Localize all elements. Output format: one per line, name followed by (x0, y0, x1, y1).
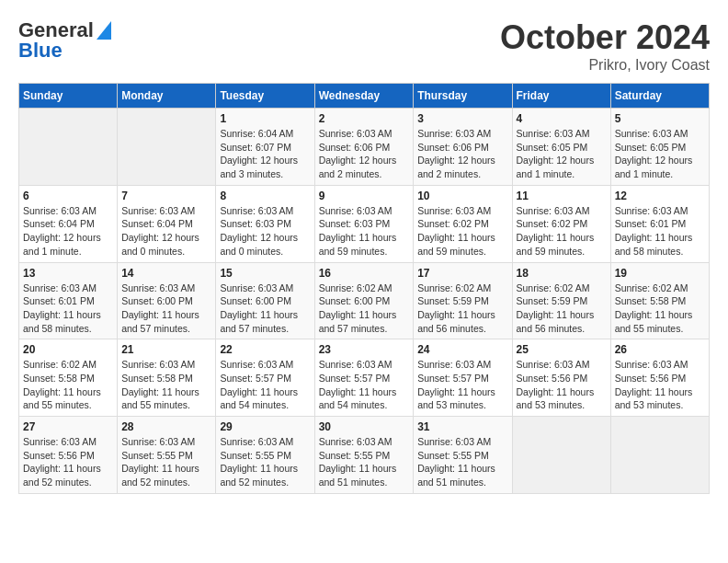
day-number: 24 (417, 343, 507, 356)
title-block: October 2024 Prikro, Ivory Coast (500, 18, 710, 74)
day-number: 26 (615, 343, 705, 356)
day-info: Sunrise: 6:03 AM Sunset: 6:00 PM Dayligh… (121, 282, 211, 336)
calendar-cell: 6Sunrise: 6:03 AM Sunset: 6:04 PM Daylig… (19, 185, 118, 262)
day-number: 13 (23, 267, 113, 280)
day-info: Sunrise: 6:02 AM Sunset: 5:58 PM Dayligh… (615, 282, 705, 336)
calendar-cell (512, 417, 610, 494)
calendar-cell: 22Sunrise: 6:03 AM Sunset: 5:57 PM Dayli… (216, 339, 314, 417)
day-number: 31 (417, 420, 507, 433)
page-header: General Blue October 2024 Prikro, Ivory … (18, 18, 710, 74)
calendar-cell: 23Sunrise: 6:03 AM Sunset: 5:57 PM Dayli… (314, 339, 414, 417)
day-number: 23 (319, 343, 410, 356)
day-info: Sunrise: 6:03 AM Sunset: 5:56 PM Dayligh… (517, 358, 607, 412)
day-number: 12 (615, 190, 705, 202)
day-info: Sunrise: 6:03 AM Sunset: 6:01 PM Dayligh… (23, 282, 113, 336)
calendar-week-5: 27Sunrise: 6:03 AM Sunset: 5:56 PM Dayli… (19, 417, 710, 494)
page-title: October 2024 (500, 18, 710, 57)
calendar-cell: 30Sunrise: 6:03 AM Sunset: 5:55 PM Dayli… (314, 417, 414, 494)
svg-marker-0 (97, 21, 111, 40)
day-info: Sunrise: 6:03 AM Sunset: 6:03 PM Dayligh… (319, 204, 410, 259)
logo: General Blue (18, 18, 111, 63)
calendar-cell: 28Sunrise: 6:03 AM Sunset: 5:55 PM Dayli… (118, 417, 216, 494)
calendar-week-1: 1Sunrise: 6:04 AM Sunset: 6:07 PM Daylig… (19, 109, 710, 186)
day-number: 22 (220, 343, 310, 356)
day-number: 29 (220, 420, 310, 433)
calendar-cell: 5Sunrise: 6:03 AM Sunset: 6:05 PM Daylig… (610, 109, 709, 186)
day-info: Sunrise: 6:03 AM Sunset: 6:03 PM Dayligh… (220, 204, 310, 259)
day-info: Sunrise: 6:03 AM Sunset: 5:57 PM Dayligh… (417, 358, 507, 412)
day-number: 9 (319, 190, 410, 202)
calendar-cell: 16Sunrise: 6:02 AM Sunset: 6:00 PM Dayli… (314, 262, 414, 339)
day-info: Sunrise: 6:03 AM Sunset: 6:00 PM Dayligh… (220, 282, 310, 336)
calendar-cell: 2Sunrise: 6:03 AM Sunset: 6:06 PM Daylig… (314, 109, 414, 186)
calendar-week-2: 6Sunrise: 6:03 AM Sunset: 6:04 PM Daylig… (19, 185, 710, 262)
calendar-cell: 17Sunrise: 6:02 AM Sunset: 5:59 PM Dayli… (414, 262, 512, 339)
calendar-table: SundayMondayTuesdayWednesdayThursdayFrid… (18, 83, 710, 494)
day-number: 2 (319, 112, 410, 125)
day-info: Sunrise: 6:03 AM Sunset: 5:57 PM Dayligh… (220, 358, 310, 412)
calendar-cell: 13Sunrise: 6:03 AM Sunset: 6:01 PM Dayli… (19, 262, 118, 339)
day-number: 1 (220, 112, 310, 125)
day-number: 20 (23, 343, 113, 356)
day-info: Sunrise: 6:03 AM Sunset: 6:02 PM Dayligh… (417, 204, 507, 259)
day-info: Sunrise: 6:02 AM Sunset: 5:58 PM Dayligh… (23, 358, 113, 412)
header-thursday: Thursday (414, 84, 512, 109)
calendar-cell: 14Sunrise: 6:03 AM Sunset: 6:00 PM Dayli… (118, 262, 216, 339)
day-number: 18 (517, 267, 607, 280)
day-info: Sunrise: 6:03 AM Sunset: 5:56 PM Dayligh… (23, 435, 113, 489)
day-info: Sunrise: 6:03 AM Sunset: 6:02 PM Dayligh… (517, 204, 607, 259)
day-info: Sunrise: 6:03 AM Sunset: 5:55 PM Dayligh… (121, 435, 211, 489)
day-number: 17 (417, 267, 507, 280)
calendar-cell: 12Sunrise: 6:03 AM Sunset: 6:01 PM Dayli… (610, 185, 709, 262)
calendar-cell: 25Sunrise: 6:03 AM Sunset: 5:56 PM Dayli… (512, 339, 610, 417)
day-number: 6 (23, 190, 113, 202)
day-info: Sunrise: 6:03 AM Sunset: 6:05 PM Dayligh… (615, 127, 705, 181)
calendar-cell: 26Sunrise: 6:03 AM Sunset: 5:56 PM Dayli… (610, 339, 709, 417)
calendar-cell: 1Sunrise: 6:04 AM Sunset: 6:07 PM Daylig… (216, 109, 314, 186)
header-friday: Friday (512, 84, 610, 109)
calendar-cell: 8Sunrise: 6:03 AM Sunset: 6:03 PM Daylig… (216, 185, 314, 262)
day-info: Sunrise: 6:03 AM Sunset: 6:06 PM Dayligh… (319, 127, 410, 181)
calendar-cell: 9Sunrise: 6:03 AM Sunset: 6:03 PM Daylig… (314, 185, 414, 262)
day-info: Sunrise: 6:03 AM Sunset: 5:56 PM Dayligh… (615, 358, 705, 412)
day-number: 8 (220, 190, 310, 202)
day-info: Sunrise: 6:03 AM Sunset: 6:06 PM Dayligh… (417, 127, 507, 181)
day-number: 19 (615, 267, 705, 280)
day-info: Sunrise: 6:03 AM Sunset: 5:55 PM Dayligh… (319, 435, 410, 489)
day-info: Sunrise: 6:02 AM Sunset: 5:59 PM Dayligh… (517, 282, 607, 336)
header-saturday: Saturday (610, 84, 709, 109)
day-number: 14 (121, 267, 211, 280)
calendar-cell: 31Sunrise: 6:03 AM Sunset: 5:55 PM Dayli… (414, 417, 512, 494)
day-info: Sunrise: 6:03 AM Sunset: 5:55 PM Dayligh… (417, 435, 507, 489)
calendar-cell: 20Sunrise: 6:02 AM Sunset: 5:58 PM Dayli… (19, 339, 118, 417)
calendar-cell: 18Sunrise: 6:02 AM Sunset: 5:59 PM Dayli… (512, 262, 610, 339)
calendar-cell (19, 109, 118, 186)
day-number: 30 (319, 420, 410, 433)
calendar-header-row: SundayMondayTuesdayWednesdayThursdayFrid… (19, 84, 710, 109)
day-info: Sunrise: 6:03 AM Sunset: 5:58 PM Dayligh… (121, 358, 211, 412)
day-info: Sunrise: 6:03 AM Sunset: 5:55 PM Dayligh… (220, 435, 310, 489)
calendar-cell: 29Sunrise: 6:03 AM Sunset: 5:55 PM Dayli… (216, 417, 314, 494)
day-number: 7 (121, 190, 211, 202)
calendar-cell: 21Sunrise: 6:03 AM Sunset: 5:58 PM Dayli… (118, 339, 216, 417)
header-wednesday: Wednesday (314, 84, 414, 109)
page-subtitle: Prikro, Ivory Coast (500, 57, 710, 74)
calendar-cell: 24Sunrise: 6:03 AM Sunset: 5:57 PM Dayli… (414, 339, 512, 417)
header-tuesday: Tuesday (216, 84, 314, 109)
calendar-cell: 3Sunrise: 6:03 AM Sunset: 6:06 PM Daylig… (414, 109, 512, 186)
day-info: Sunrise: 6:02 AM Sunset: 6:00 PM Dayligh… (319, 282, 410, 336)
calendar-cell: 10Sunrise: 6:03 AM Sunset: 6:02 PM Dayli… (414, 185, 512, 262)
calendar-cell: 27Sunrise: 6:03 AM Sunset: 5:56 PM Dayli… (19, 417, 118, 494)
logo-arrow-icon (97, 21, 111, 43)
calendar-cell (610, 417, 709, 494)
day-number: 3 (417, 112, 507, 125)
calendar-cell: 4Sunrise: 6:03 AM Sunset: 6:05 PM Daylig… (512, 109, 610, 186)
day-info: Sunrise: 6:02 AM Sunset: 5:59 PM Dayligh… (417, 282, 507, 336)
calendar-cell: 7Sunrise: 6:03 AM Sunset: 6:04 PM Daylig… (118, 185, 216, 262)
header-sunday: Sunday (19, 84, 118, 109)
day-info: Sunrise: 6:03 AM Sunset: 6:04 PM Dayligh… (121, 204, 211, 259)
calendar-week-3: 13Sunrise: 6:03 AM Sunset: 6:01 PM Dayli… (19, 262, 710, 339)
day-number: 25 (517, 343, 607, 356)
day-number: 4 (517, 112, 607, 125)
day-number: 28 (121, 420, 211, 433)
